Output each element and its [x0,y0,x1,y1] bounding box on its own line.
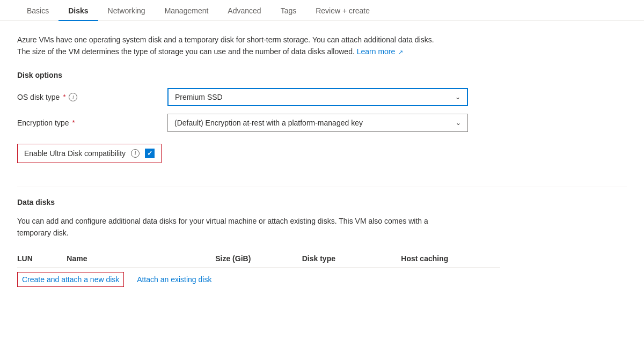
col-header-size: Size (GiB) [215,250,302,268]
action-links: Create and attach a new disk Attach an e… [17,272,627,287]
os-disk-type-value: Premium SSD [175,93,223,101]
disk-options-section-title: Disk options [17,71,627,79]
learn-more-link[interactable]: Learn more ↗ [357,47,403,56]
data-disks-description: You can add and configure additional dat… [17,215,500,239]
description-line2: The size of the VM determines the type o… [17,47,355,56]
tab-disks[interactable]: Disks [58,0,98,20]
tab-management[interactable]: Management [155,0,218,20]
encryption-type-control: (Default) Encryption at-rest with a plat… [167,114,468,132]
col-header-host-caching: Host caching [401,250,500,268]
os-disk-chevron-icon: ⌄ [455,93,460,101]
page-description: Azure VMs have one operating system disk… [17,34,500,58]
data-disks-desc-line1: You can add and configure additional dat… [17,217,428,225]
os-disk-type-row: OS disk type * i Premium SSD ⌄ [17,88,608,106]
tab-tags[interactable]: Tags [271,0,306,20]
encryption-type-dropdown[interactable]: (Default) Encryption at-rest with a plat… [167,114,468,132]
tab-review-create[interactable]: Review + create [306,0,379,20]
section-divider [17,187,627,187]
tab-networking[interactable]: Networking [98,0,155,20]
tab-basics[interactable]: Basics [17,0,58,20]
encryption-chevron-icon: ⌄ [456,119,461,127]
tab-advanced[interactable]: Advanced [218,0,270,20]
table-header-row: LUN Name Size (GiB) Disk type Host cachi… [17,250,500,268]
os-disk-type-label: OS disk type * i [17,93,167,101]
learn-more-text: Learn more [357,47,396,56]
encryption-type-label-text: Encryption type [17,119,69,127]
tab-navigation: Basics Disks Networking Management Advan… [0,0,644,21]
description-line1: Azure VMs have one operating system disk… [17,35,434,44]
data-disks-table: LUN Name Size (GiB) Disk type Host cachi… [17,250,500,268]
ultra-disk-checkbox[interactable] [145,149,155,158]
data-disks-section-title: Data disks [17,198,627,207]
encryption-type-row: Encryption type * (Default) Encryption a… [17,114,608,132]
ultra-disk-label: Enable Ultra Disk compatibility [24,149,126,158]
col-header-lun: LUN [17,250,67,268]
col-header-name: Name [67,250,215,268]
os-disk-type-control: Premium SSD ⌄ [167,88,468,106]
os-disk-type-dropdown[interactable]: Premium SSD ⌄ [167,88,468,106]
os-disk-required-star: * [63,93,65,101]
encryption-type-label: Encryption type * [17,119,167,127]
os-disk-info-icon[interactable]: i [69,93,77,101]
data-disks-desc-line2: temporary disk. [17,229,69,237]
os-disk-type-label-text: OS disk type [17,93,60,101]
link-separator [128,275,133,284]
encryption-type-value: (Default) Encryption at-rest with a plat… [174,119,363,127]
ultra-disk-info-icon[interactable]: i [131,149,140,158]
encryption-required-star: * [72,119,75,127]
attach-existing-disk-link[interactable]: Attach an existing disk [137,272,211,287]
external-link-icon: ↗ [398,48,403,57]
create-attach-disk-link[interactable]: Create and attach a new disk [17,272,124,287]
col-header-disk-type: Disk type [302,250,401,268]
ultra-disk-box: Enable Ultra Disk compatibility i [17,144,162,163]
main-content: Azure VMs have one operating system disk… [0,21,644,300]
